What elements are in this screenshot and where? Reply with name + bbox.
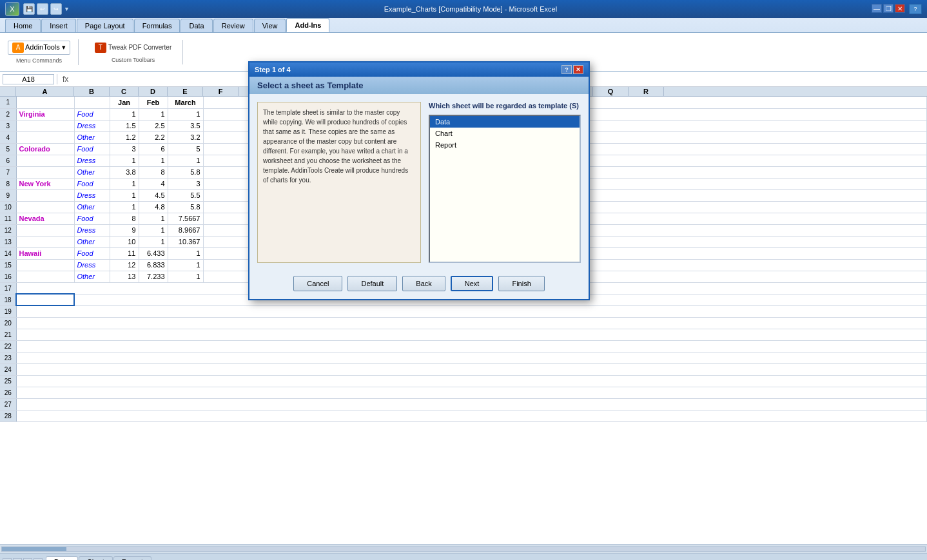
cell-d5[interactable]: 6 xyxy=(139,143,168,155)
cell-a7[interactable] xyxy=(16,166,74,178)
cell-e3[interactable]: 3.5 xyxy=(168,120,203,131)
h-scroll-track[interactable] xyxy=(1,546,926,552)
cell-a2[interactable]: Virginia xyxy=(16,108,74,120)
sheet-tab-data[interactable]: Data xyxy=(46,556,78,560)
cell-e2[interactable]: 1 xyxy=(168,108,203,120)
tab-view[interactable]: View xyxy=(254,19,286,32)
close-btn[interactable]: ✕ xyxy=(895,4,905,13)
cell-b6[interactable]: Dress xyxy=(74,155,110,166)
cell-d4[interactable]: 2.2 xyxy=(139,131,168,143)
help-btn[interactable]: ? xyxy=(909,4,922,14)
dialog-close-btn[interactable]: ✕ xyxy=(573,65,583,74)
cell-a18[interactable] xyxy=(16,294,74,305)
restore-btn[interactable]: ❐ xyxy=(883,4,893,13)
cell-e10[interactable]: 5.8 xyxy=(168,201,203,213)
cell-a14[interactable]: Hawaii xyxy=(16,247,74,259)
cancel-button[interactable]: Cancel xyxy=(293,276,342,291)
finish-button[interactable]: Finish xyxy=(498,276,544,291)
name-box[interactable] xyxy=(3,74,54,84)
col-header-c[interactable]: C xyxy=(110,87,139,96)
cell-c10[interactable]: 1 xyxy=(110,201,139,213)
cell-c16[interactable]: 13 xyxy=(110,271,139,282)
cell-c5[interactable]: 3 xyxy=(110,143,139,155)
tab-page-layout[interactable]: Page Layout xyxy=(77,19,133,32)
cell-a12[interactable] xyxy=(16,224,74,236)
cell-a15[interactable] xyxy=(16,259,74,271)
h-scroll-thumb[interactable] xyxy=(2,547,66,551)
dialog-help-btn[interactable]: ? xyxy=(561,65,572,74)
cell-e15[interactable]: 1 xyxy=(168,259,203,271)
cell-d3[interactable]: 2.5 xyxy=(139,120,168,131)
cell-c1[interactable]: Jan xyxy=(110,97,139,108)
cell-a5[interactable]: Colorado xyxy=(16,143,74,155)
cell-c15[interactable]: 12 xyxy=(110,259,139,271)
cell-e5[interactable]: 5 xyxy=(168,143,203,155)
cell-a11[interactable]: Nevada xyxy=(16,213,74,224)
col-header-f[interactable]: F xyxy=(203,87,239,96)
dialog-listbox[interactable]: Data Chart Report xyxy=(429,115,581,263)
col-header-d[interactable]: D xyxy=(139,87,168,96)
cell-c4[interactable]: 1.2 xyxy=(110,131,139,143)
cell-b13[interactable]: Other xyxy=(74,236,110,247)
cell-b16[interactable]: Other xyxy=(74,271,110,282)
cell-c11[interactable]: 8 xyxy=(110,213,139,224)
cell-e9[interactable]: 5.5 xyxy=(168,189,203,201)
cell-e12[interactable]: 8.9667 xyxy=(168,224,203,236)
cell-a9[interactable] xyxy=(16,189,74,201)
cell-d9[interactable]: 4.5 xyxy=(139,189,168,201)
tab-addins[interactable]: Add-Ins xyxy=(286,18,329,32)
cell-a3[interactable] xyxy=(16,120,74,131)
default-button[interactable]: Default xyxy=(347,276,397,291)
cell-b15[interactable]: Dress xyxy=(74,259,110,271)
cell-a13[interactable] xyxy=(16,236,74,247)
cell-b3[interactable]: Dress xyxy=(74,120,110,131)
cell-c14[interactable]: 11 xyxy=(110,247,139,259)
horizontal-scrollbar[interactable] xyxy=(0,544,927,553)
listbox-item-report[interactable]: Report xyxy=(430,139,580,151)
cell-d8[interactable]: 4 xyxy=(139,178,168,189)
step-dialog[interactable]: Step 1 of 4 ? ✕ Select a sheet as Templa… xyxy=(248,61,590,300)
customize-quick[interactable]: ▼ xyxy=(64,6,70,12)
cell-e14[interactable]: 1 xyxy=(168,247,203,259)
cell-a1[interactable] xyxy=(16,97,74,108)
tab-data[interactable]: Data xyxy=(181,19,212,32)
cell-e13[interactable]: 10.367 xyxy=(168,236,203,247)
col-header-q[interactable]: Q xyxy=(593,87,629,96)
cell-c6[interactable]: 1 xyxy=(110,155,139,166)
cell-e11[interactable]: 7.5667 xyxy=(168,213,203,224)
cell-c9[interactable]: 1 xyxy=(110,189,139,201)
tab-insert[interactable]: Insert xyxy=(41,19,76,32)
cell-b9[interactable]: Dress xyxy=(74,189,110,201)
cell-d2[interactable]: 1 xyxy=(139,108,168,120)
cell-e7[interactable]: 5.8 xyxy=(168,166,203,178)
listbox-item-chart[interactable]: Chart xyxy=(430,128,580,139)
cell-b14[interactable]: Food xyxy=(74,247,110,259)
sheet-tab-chart[interactable]: Chart xyxy=(79,556,113,560)
col-header-r[interactable]: R xyxy=(629,87,664,96)
cell-b4[interactable]: Other xyxy=(74,131,110,143)
col-header-e[interactable]: E xyxy=(168,87,203,96)
col-header-a[interactable]: A xyxy=(16,87,74,96)
cell-d15[interactable]: 6.833 xyxy=(139,259,168,271)
sheet-tab-report[interactable]: Report xyxy=(113,556,151,560)
save-quick-btn[interactable]: 💾 xyxy=(23,3,35,15)
cell-e1[interactable]: March xyxy=(168,97,203,108)
cell-d7[interactable]: 8 xyxy=(139,166,168,178)
addintools-menu-btn[interactable]: A AddinTools ▾ xyxy=(8,41,70,55)
cell-b8[interactable]: Food xyxy=(74,178,110,189)
cell-e8[interactable]: 3 xyxy=(168,178,203,189)
cell-d16[interactable]: 7.233 xyxy=(139,271,168,282)
cell-b1[interactable] xyxy=(74,97,110,108)
redo-quick-btn[interactable]: ↪ xyxy=(50,3,62,15)
cell-b11[interactable]: Food xyxy=(74,213,110,224)
col-header-b[interactable]: B xyxy=(74,87,110,96)
cell-b5[interactable]: Food xyxy=(74,143,110,155)
tab-formulas[interactable]: Formulas xyxy=(134,19,181,32)
cell-b2[interactable]: Food xyxy=(74,108,110,120)
cell-d1[interactable]: Feb xyxy=(139,97,168,108)
cell-d14[interactable]: 6.433 xyxy=(139,247,168,259)
cell-e4[interactable]: 3.2 xyxy=(168,131,203,143)
tab-review[interactable]: Review xyxy=(213,19,253,32)
fx-icon[interactable]: fx xyxy=(60,75,71,84)
tab-home[interactable]: Home xyxy=(5,19,41,32)
